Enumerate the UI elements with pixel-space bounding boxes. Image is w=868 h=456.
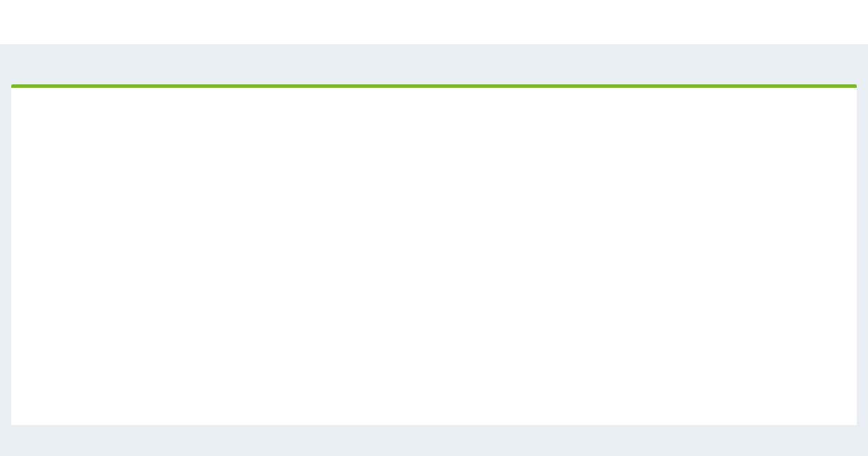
page-title-section <box>0 45 868 84</box>
features-card <box>11 88 857 425</box>
navbar <box>0 0 868 45</box>
